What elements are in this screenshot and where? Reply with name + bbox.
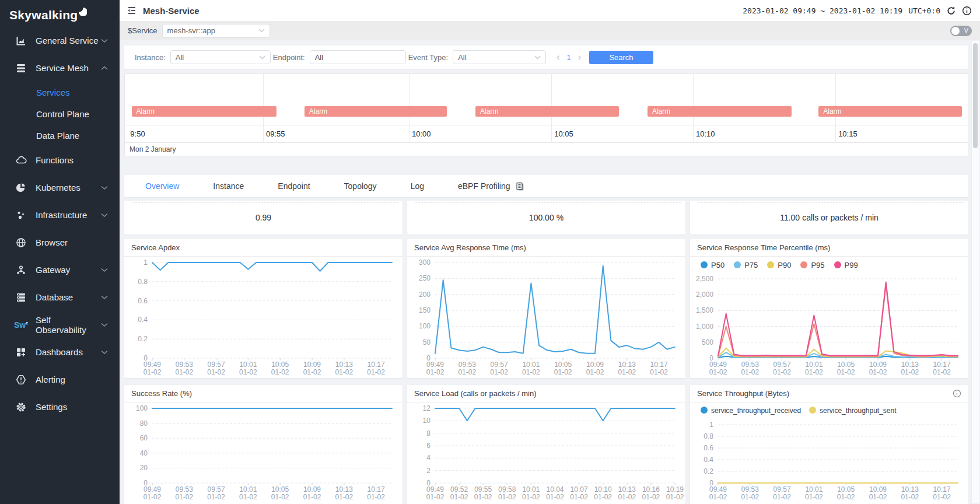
sidebar-subitem-data-plane[interactable]: Data Plane (0, 125, 120, 146)
app-root: Skywalking General ServiceService MeshSe… (0, 0, 980, 504)
chart-title: Success Rate (%) (131, 389, 192, 398)
chart-plot-area[interactable]: 05001,0001,5002,0002,50009:4901-0209:530… (690, 273, 968, 378)
svg-text:40: 40 (140, 449, 148, 457)
svg-text:10:17: 10:17 (933, 485, 951, 494)
sidebar-item-browser[interactable]: Browser (0, 229, 120, 256)
sidebar-item-database[interactable]: Database (0, 284, 120, 311)
refresh-icon[interactable] (946, 6, 956, 16)
svg-text:0.4: 0.4 (704, 456, 713, 464)
svg-text:10: 10 (423, 416, 431, 425)
svg-text:09:49: 09:49 (144, 485, 161, 494)
svg-text:300: 300 (419, 258, 430, 267)
scrollbar-thumb[interactable] (973, 43, 978, 148)
tab-log[interactable]: Log (411, 181, 424, 191)
info-icon[interactable] (962, 6, 972, 16)
tab-topology[interactable]: Topology (344, 181, 377, 191)
legend-item[interactable]: P75 (734, 261, 758, 270)
chart-plot-area[interactable]: 02468101209:4901-0209:5201-0209:5501-020… (407, 402, 685, 503)
variables-toggle[interactable]: V (950, 26, 972, 36)
instance-select[interactable]: All (170, 50, 271, 64)
event-filter-card: Instance: All Endpoint: Event Type: All (124, 46, 968, 69)
service-select[interactable]: mesh-svr::app (162, 24, 270, 38)
sidebar-item-service-mesh[interactable]: Service Mesh (0, 54, 120, 82)
alarm-event-bar[interactable]: Alarm (818, 106, 962, 117)
alarm-event-bar[interactable]: Alarm (304, 106, 447, 117)
time-range[interactable]: 2023-01-02 09:49 ~ 2023-01-02 10:19 (743, 6, 902, 15)
metric-value: 0.99 (256, 213, 271, 222)
alarm-event-bar[interactable]: Alarm (648, 106, 792, 117)
endpoint-input[interactable] (310, 50, 406, 64)
svg-text:10:05: 10:05 (837, 485, 855, 494)
current-page[interactable]: 1 (566, 53, 570, 62)
chart-icon (15, 36, 27, 46)
event-type-select[interactable]: All (453, 50, 546, 64)
sidebar-collapse-icon[interactable] (127, 5, 137, 16)
svg-text:1: 1 (709, 421, 713, 429)
chart-card-service-apdex: Service Apdex00.20.40.60.8109:4901-0209:… (124, 239, 402, 378)
svg-text:0.6: 0.6 (138, 297, 148, 305)
svg-text:01-02: 01-02 (709, 493, 727, 501)
legend-item[interactable]: service_throughput_sent (809, 407, 896, 415)
legend-item[interactable]: P90 (767, 261, 791, 270)
dashboard-tabs: OverviewInstanceEndpointTopologyLogeBPF … (124, 175, 968, 197)
chart-info-icon[interactable] (953, 389, 961, 398)
svg-text:10:19: 10:19 (666, 485, 684, 494)
legend-item[interactable]: P50 (701, 261, 724, 270)
profiling-doc-icon[interactable] (516, 182, 524, 191)
sidebar-item-functions[interactable]: Functions (0, 146, 120, 174)
svg-text:1,500: 1,500 (696, 306, 713, 314)
svg-text:10:07: 10:07 (570, 485, 588, 494)
chart-title-bar: Service Apdex (124, 239, 402, 257)
prev-page-icon[interactable]: ‹ (556, 52, 559, 62)
sidebar-item-label: Infrastructure (36, 210, 87, 220)
sidebar-item-self-observability[interactable]: SwʽSelf Observability (0, 311, 120, 338)
svg-text:2,500: 2,500 (696, 275, 713, 283)
next-page-icon[interactable]: › (578, 52, 581, 62)
sidebar-item-gateway[interactable]: Gateway (0, 256, 120, 284)
chart-legend: service_throughput_receivedservice_throu… (690, 402, 968, 419)
page-title: Mesh-Service (143, 6, 200, 16)
tab-instance[interactable]: Instance (213, 181, 244, 191)
search-button[interactable]: Search (589, 51, 653, 64)
svg-text:01-02: 01-02 (271, 368, 289, 376)
svg-text:09:49: 09:49 (709, 485, 727, 494)
chart-plot-area[interactable]: 00.20.40.60.8109:4901-0209:5301-0209:570… (690, 419, 968, 503)
svg-text:10:01: 10:01 (239, 485, 257, 494)
vertical-scrollbar[interactable] (971, 41, 979, 503)
svg-text:10:17: 10:17 (368, 360, 385, 369)
sidebar-item-general-service[interactable]: General Service (0, 27, 120, 54)
svg-text:09:49: 09:49 (426, 360, 444, 369)
main-area: Mesh-Service 2023-01-02 09:49 ~ 2023-01-… (120, 0, 980, 504)
svg-text:01-02: 01-02 (335, 368, 353, 376)
timeline-tick-label: 09:55 (263, 130, 285, 138)
svg-text:10:01: 10:01 (239, 360, 257, 369)
chart-plot-area[interactable]: 02040608010009:4901-0209:5301-0209:5701-… (124, 402, 402, 503)
sidebar-item-dashboards[interactable]: Dashboards (0, 338, 120, 366)
event-timeline-plot[interactable]: AlarmAlarmAlarmAlarmAlarm (125, 74, 968, 125)
sidebar-item-settings[interactable]: Settings (0, 393, 120, 421)
sidebar-item-alerting[interactable]: Alerting (0, 366, 120, 393)
legend-item[interactable]: P99 (834, 261, 858, 270)
sidebar-item-kubernetes[interactable]: Kubernetes (0, 174, 120, 201)
legend-item[interactable]: P95 (800, 261, 824, 270)
svg-text:10:09: 10:09 (303, 485, 321, 494)
sidebar-subitem-services[interactable]: Services (0, 82, 120, 103)
alarm-event-bar[interactable]: Alarm (132, 106, 277, 117)
top-header: Mesh-Service 2023-01-02 09:49 ~ 2023-01-… (120, 0, 980, 22)
metric-value: 100.00 (529, 213, 554, 222)
chart-plot-area[interactable]: 00.20.40.60.8109:4901-0209:5301-0209:570… (124, 257, 402, 378)
svg-text:0.8: 0.8 (704, 432, 713, 440)
sidebar-item-infrastructure[interactable]: Infrastructure (0, 201, 120, 229)
tab-endpoint[interactable]: Endpoint (278, 181, 310, 191)
chart-plot-area[interactable]: 05010015020025030009:4901-0209:5301-0209… (407, 257, 685, 378)
svg-text:09:55: 09:55 (474, 485, 492, 494)
tab-ebpf-profiling[interactable]: eBPF Profiling (458, 181, 524, 191)
topbar-right: 2023-01-02 09:49 ~ 2023-01-02 10:19 UTC+… (743, 6, 972, 16)
sidebar-subitem-control-plane[interactable]: Control Plane (0, 103, 120, 125)
tab-overview[interactable]: Overview (145, 181, 179, 191)
svg-text:10:01: 10:01 (522, 360, 540, 369)
legend-item[interactable]: service_throughput_received (701, 407, 801, 415)
toggle-label: V (964, 27, 968, 34)
alarm-event-bar[interactable]: Alarm (475, 106, 619, 117)
sw-icon: Swʽ (15, 320, 27, 330)
